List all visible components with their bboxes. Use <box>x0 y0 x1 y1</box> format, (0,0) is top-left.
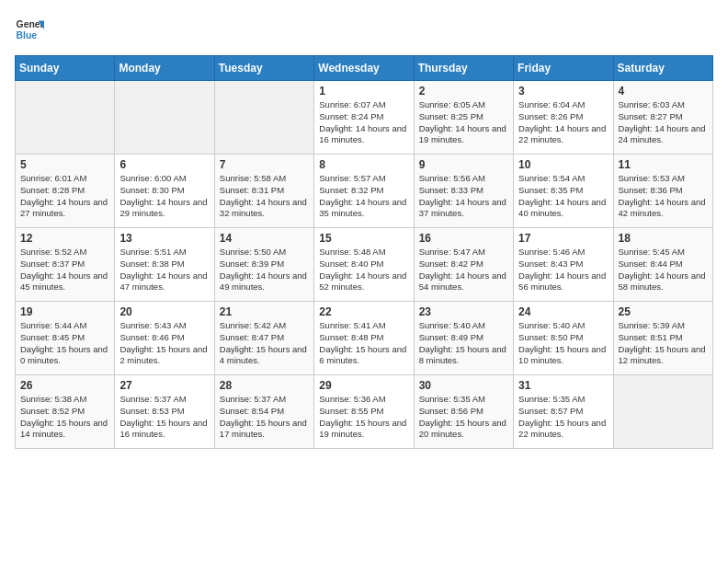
cell-info: Sunrise: 5:38 AM Sunset: 8:52 PM Dayligh… <box>20 394 109 441</box>
cell-info: Sunrise: 5:50 AM Sunset: 8:39 PM Dayligh… <box>220 247 309 293</box>
calendar-cell: 19Sunrise: 5:44 AM Sunset: 8:45 PM Dayli… <box>16 302 115 375</box>
cell-info: Sunrise: 5:46 AM Sunset: 8:43 PM Dayligh… <box>518 247 608 293</box>
day-number: 28 <box>220 379 309 392</box>
day-number: 19 <box>20 305 109 318</box>
calendar-header-row: SundayMondayTuesdayWednesdayThursdayFrid… <box>16 56 713 81</box>
calendar-week-row: 26Sunrise: 5:38 AM Sunset: 8:52 PM Dayli… <box>16 375 713 449</box>
cell-info: Sunrise: 5:51 AM Sunset: 8:38 PM Dayligh… <box>119 247 209 293</box>
cell-info: Sunrise: 5:53 AM Sunset: 8:36 PM Dayligh… <box>619 173 708 220</box>
calendar-cell: 20Sunrise: 5:43 AM Sunset: 8:46 PM Dayli… <box>115 302 214 375</box>
calendar-cell <box>115 81 214 155</box>
calendar-cell: 28Sunrise: 5:37 AM Sunset: 8:54 PM Dayli… <box>214 375 313 449</box>
calendar-cell: 1Sunrise: 6:07 AM Sunset: 8:24 PM Daylig… <box>314 81 414 155</box>
calendar-cell: 18Sunrise: 5:45 AM Sunset: 8:44 PM Dayli… <box>613 228 712 302</box>
day-number: 13 <box>119 232 209 245</box>
cell-info: Sunrise: 5:35 AM Sunset: 8:56 PM Dayligh… <box>419 394 508 441</box>
calendar-cell: 13Sunrise: 5:51 AM Sunset: 8:38 PM Dayli… <box>115 228 214 302</box>
calendar-week-row: 5Sunrise: 6:01 AM Sunset: 8:28 PM Daylig… <box>16 155 713 228</box>
cell-info: Sunrise: 6:01 AM Sunset: 8:28 PM Dayligh… <box>20 173 109 220</box>
cell-info: Sunrise: 5:45 AM Sunset: 8:44 PM Dayligh… <box>619 247 708 293</box>
cell-info: Sunrise: 5:47 AM Sunset: 8:42 PM Dayligh… <box>419 247 508 293</box>
calendar-cell: 3Sunrise: 6:04 AM Sunset: 8:26 PM Daylig… <box>514 81 613 155</box>
cell-info: Sunrise: 5:37 AM Sunset: 8:53 PM Dayligh… <box>119 394 209 441</box>
cell-info: Sunrise: 5:41 AM Sunset: 8:48 PM Dayligh… <box>319 320 408 367</box>
day-number: 29 <box>319 379 408 392</box>
calendar-cell: 27Sunrise: 5:37 AM Sunset: 8:53 PM Dayli… <box>115 375 214 449</box>
day-number: 22 <box>319 305 408 318</box>
day-number: 20 <box>119 305 209 318</box>
day-number: 4 <box>619 85 708 98</box>
day-number: 26 <box>20 379 109 392</box>
day-number: 16 <box>419 232 508 245</box>
day-number: 17 <box>518 232 608 245</box>
cell-info: Sunrise: 5:40 AM Sunset: 8:50 PM Dayligh… <box>518 320 608 367</box>
cell-info: Sunrise: 5:42 AM Sunset: 8:47 PM Dayligh… <box>220 320 309 367</box>
calendar-cell: 30Sunrise: 5:35 AM Sunset: 8:56 PM Dayli… <box>414 375 513 449</box>
day-number: 15 <box>319 232 408 245</box>
weekday-header: Monday <box>115 56 214 81</box>
cell-info: Sunrise: 5:52 AM Sunset: 8:37 PM Dayligh… <box>20 247 109 293</box>
day-number: 5 <box>20 158 109 171</box>
calendar-cell: 7Sunrise: 5:58 AM Sunset: 8:31 PM Daylig… <box>214 155 313 228</box>
calendar-cell: 14Sunrise: 5:50 AM Sunset: 8:39 PM Dayli… <box>214 228 313 302</box>
cell-info: Sunrise: 5:44 AM Sunset: 8:45 PM Dayligh… <box>20 320 109 367</box>
day-number: 24 <box>518 305 608 318</box>
cell-info: Sunrise: 6:05 AM Sunset: 8:25 PM Dayligh… <box>419 99 508 146</box>
calendar-cell: 21Sunrise: 5:42 AM Sunset: 8:47 PM Dayli… <box>214 302 313 375</box>
day-number: 25 <box>619 305 708 318</box>
day-number: 10 <box>518 158 608 171</box>
weekday-header: Wednesday <box>314 56 414 81</box>
cell-info: Sunrise: 5:36 AM Sunset: 8:55 PM Dayligh… <box>319 394 408 441</box>
calendar-cell: 31Sunrise: 5:35 AM Sunset: 8:57 PM Dayli… <box>514 375 613 449</box>
calendar-cell: 16Sunrise: 5:47 AM Sunset: 8:42 PM Dayli… <box>414 228 513 302</box>
calendar-cell: 23Sunrise: 5:40 AM Sunset: 8:49 PM Dayli… <box>414 302 513 375</box>
cell-info: Sunrise: 5:48 AM Sunset: 8:40 PM Dayligh… <box>319 247 408 293</box>
calendar-cell: 4Sunrise: 6:03 AM Sunset: 8:27 PM Daylig… <box>613 81 712 155</box>
calendar-cell: 5Sunrise: 6:01 AM Sunset: 8:28 PM Daylig… <box>16 155 115 228</box>
cell-info: Sunrise: 5:40 AM Sunset: 8:49 PM Dayligh… <box>419 320 508 367</box>
cell-info: Sunrise: 5:54 AM Sunset: 8:35 PM Dayligh… <box>518 173 608 220</box>
svg-text:Blue: Blue <box>17 30 38 40</box>
cell-info: Sunrise: 6:07 AM Sunset: 8:24 PM Dayligh… <box>319 99 408 146</box>
calendar-week-row: 12Sunrise: 5:52 AM Sunset: 8:37 PM Dayli… <box>16 228 713 302</box>
calendar-week-row: 1Sunrise: 6:07 AM Sunset: 8:24 PM Daylig… <box>16 81 713 155</box>
weekday-header: Saturday <box>613 56 712 81</box>
calendar-cell: 15Sunrise: 5:48 AM Sunset: 8:40 PM Dayli… <box>314 228 414 302</box>
day-number: 9 <box>419 158 508 171</box>
day-number: 3 <box>518 85 608 98</box>
calendar-cell: 29Sunrise: 5:36 AM Sunset: 8:55 PM Dayli… <box>314 375 414 449</box>
calendar-week-row: 19Sunrise: 5:44 AM Sunset: 8:45 PM Dayli… <box>16 302 713 375</box>
cell-info: Sunrise: 6:00 AM Sunset: 8:30 PM Dayligh… <box>119 173 209 220</box>
day-number: 11 <box>619 158 708 171</box>
day-number: 1 <box>319 85 408 98</box>
logo-icon: General Blue <box>15 15 44 44</box>
day-number: 14 <box>220 232 309 245</box>
calendar-cell: 8Sunrise: 5:57 AM Sunset: 8:32 PM Daylig… <box>314 155 414 228</box>
page-header: General Blue <box>15 15 713 44</box>
calendar-cell <box>214 81 313 155</box>
day-number: 30 <box>419 379 508 392</box>
calendar-cell: 24Sunrise: 5:40 AM Sunset: 8:50 PM Dayli… <box>514 302 613 375</box>
cell-info: Sunrise: 5:58 AM Sunset: 8:31 PM Dayligh… <box>220 173 309 220</box>
calendar-cell: 22Sunrise: 5:41 AM Sunset: 8:48 PM Dayli… <box>314 302 414 375</box>
weekday-header: Sunday <box>16 56 115 81</box>
weekday-header: Thursday <box>414 56 513 81</box>
calendar-cell: 25Sunrise: 5:39 AM Sunset: 8:51 PM Dayli… <box>613 302 712 375</box>
calendar-cell: 10Sunrise: 5:54 AM Sunset: 8:35 PM Dayli… <box>514 155 613 228</box>
calendar-cell: 17Sunrise: 5:46 AM Sunset: 8:43 PM Dayli… <box>514 228 613 302</box>
calendar-cell: 12Sunrise: 5:52 AM Sunset: 8:37 PM Dayli… <box>16 228 115 302</box>
day-number: 21 <box>220 305 309 318</box>
day-number: 8 <box>319 158 408 171</box>
calendar-cell: 11Sunrise: 5:53 AM Sunset: 8:36 PM Dayli… <box>613 155 712 228</box>
cell-info: Sunrise: 5:43 AM Sunset: 8:46 PM Dayligh… <box>119 320 209 367</box>
day-number: 7 <box>220 158 309 171</box>
calendar-cell: 9Sunrise: 5:56 AM Sunset: 8:33 PM Daylig… <box>414 155 513 228</box>
day-number: 18 <box>619 232 708 245</box>
calendar-cell: 6Sunrise: 6:00 AM Sunset: 8:30 PM Daylig… <box>115 155 214 228</box>
logo: General Blue <box>15 15 44 44</box>
calendar-cell: 26Sunrise: 5:38 AM Sunset: 8:52 PM Dayli… <box>16 375 115 449</box>
cell-info: Sunrise: 5:56 AM Sunset: 8:33 PM Dayligh… <box>419 173 508 220</box>
weekday-header: Friday <box>514 56 613 81</box>
cell-info: Sunrise: 5:37 AM Sunset: 8:54 PM Dayligh… <box>220 394 309 441</box>
day-number: 23 <box>419 305 508 318</box>
